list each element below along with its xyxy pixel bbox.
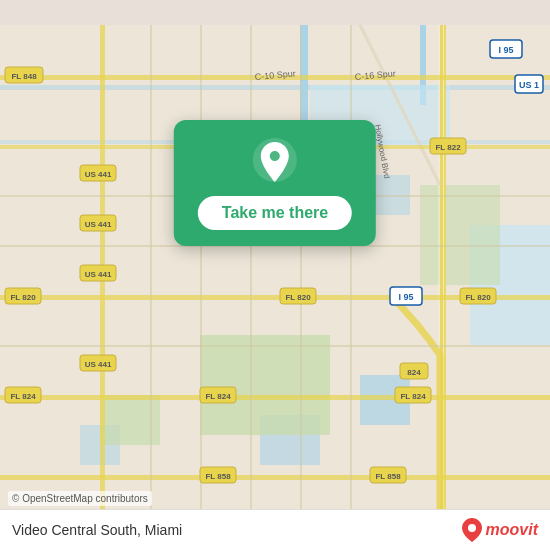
- svg-text:FL 824: FL 824: [400, 392, 426, 401]
- svg-rect-23: [0, 475, 550, 480]
- moovit-brand-text: moovit: [486, 521, 538, 539]
- svg-text:FL 858: FL 858: [205, 472, 231, 481]
- moovit-logo: moovit: [462, 518, 538, 542]
- svg-text:US 1: US 1: [519, 80, 539, 90]
- svg-text:I 95: I 95: [498, 45, 513, 55]
- moovit-pin-icon: [462, 518, 482, 542]
- svg-rect-31: [300, 25, 302, 525]
- svg-rect-11: [200, 335, 330, 435]
- svg-text:824: 824: [407, 368, 421, 377]
- svg-rect-32: [350, 25, 352, 525]
- svg-rect-28: [150, 25, 152, 525]
- location-pin-icon: [251, 136, 299, 184]
- svg-rect-13: [420, 185, 500, 285]
- svg-text:FL 824: FL 824: [205, 392, 231, 401]
- svg-text:FL 820: FL 820: [285, 293, 311, 302]
- location-label: Video Central South, Miami: [12, 522, 182, 538]
- svg-text:US 441: US 441: [85, 360, 112, 369]
- svg-rect-29: [200, 25, 202, 525]
- svg-rect-27: [0, 345, 550, 347]
- svg-text:FL 848: FL 848: [11, 72, 37, 81]
- svg-text:FL 820: FL 820: [10, 293, 36, 302]
- location-card: Take me there: [174, 120, 376, 246]
- svg-text:FL 822: FL 822: [435, 143, 461, 152]
- svg-text:FL 858: FL 858: [375, 472, 401, 481]
- svg-text:FL 820: FL 820: [465, 293, 491, 302]
- svg-text:US 441: US 441: [85, 220, 112, 229]
- svg-text:I 95: I 95: [398, 292, 413, 302]
- map-attribution: © OpenStreetMap contributors: [8, 491, 152, 506]
- map-background: I 95 US 1 FL 848 US 441 US 441 US 441 US…: [0, 0, 550, 550]
- map-container: I 95 US 1 FL 848 US 441 US 441 US 441 US…: [0, 0, 550, 550]
- take-me-there-button[interactable]: Take me there: [198, 196, 352, 230]
- svg-text:US 441: US 441: [85, 270, 112, 279]
- svg-text:FL 824: FL 824: [10, 392, 36, 401]
- svg-rect-3: [0, 85, 550, 90]
- svg-point-73: [468, 524, 476, 532]
- svg-rect-30: [250, 25, 252, 525]
- bottom-bar: Video Central South, Miami moovit: [0, 509, 550, 550]
- svg-text:US 441: US 441: [85, 170, 112, 179]
- svg-rect-22: [0, 395, 550, 400]
